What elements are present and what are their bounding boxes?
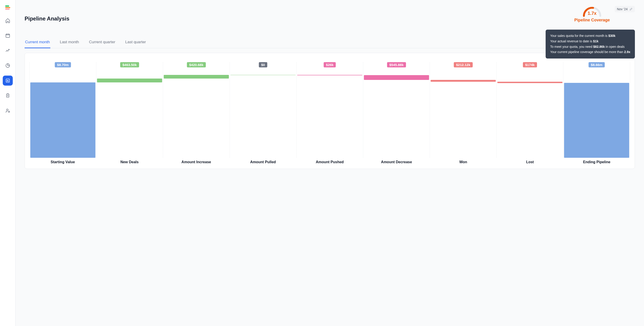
bar-amount-pulled[interactable] <box>230 75 296 75</box>
nav-reports[interactable] <box>3 76 13 86</box>
value-label: $8.70m <box>55 62 71 68</box>
bar-lost[interactable] <box>497 82 562 83</box>
svg-rect-2 <box>6 94 9 98</box>
category-label: Lost <box>497 160 564 164</box>
coverage-gauge: 1.7x <box>582 6 602 17</box>
tab-last-quarter[interactable]: Last quarter <box>125 38 146 48</box>
category-label: Amount Increase <box>163 160 230 164</box>
time-range-tabs: Current monthLast monthCurrent quarterLa… <box>24 38 635 48</box>
page-title: Pipeline Analysis <box>24 16 70 22</box>
pipeline-coverage: 1.7x Pipeline Coverage <box>574 6 610 22</box>
value-label: $0 <box>259 62 267 68</box>
bar-amount-decrease[interactable] <box>364 75 429 80</box>
bar-amount-increase[interactable] <box>164 75 229 78</box>
category-label: Starting Value <box>30 160 96 164</box>
bar-chart-icon <box>5 78 10 83</box>
app-logo <box>5 6 10 10</box>
value-label: $420.68k <box>187 62 206 68</box>
bar-starting-value[interactable] <box>30 82 96 158</box>
value-label: $212.12k <box>454 62 473 68</box>
chart-column: $0 <box>230 62 296 158</box>
nav-home[interactable] <box>3 16 13 26</box>
nav-pie[interactable] <box>3 60 13 70</box>
home-icon <box>5 18 10 23</box>
clipboard-icon <box>5 93 10 98</box>
chart-column: $8.66m <box>563 62 630 158</box>
line-chart-icon <box>5 48 10 53</box>
value-label: $463.50k <box>120 62 139 68</box>
svg-rect-0 <box>6 34 10 38</box>
bar-new-deals[interactable] <box>97 78 162 83</box>
value-label: $8.66m <box>589 62 605 68</box>
nav-user-settings[interactable] <box>3 106 13 116</box>
chart-column: $8.70m <box>30 62 96 158</box>
tab-current-month[interactable]: Current month <box>24 38 50 48</box>
coverage-label: Pipeline Coverage <box>574 18 610 22</box>
svg-point-3 <box>6 109 8 111</box>
category-label: Amount Pulled <box>230 160 296 164</box>
chart-column: $420.68k <box>163 62 230 158</box>
chart-column: $212.12k <box>430 62 496 158</box>
chart-column: $26k <box>296 62 363 158</box>
bar-won[interactable] <box>430 80 496 82</box>
nav-trends[interactable] <box>3 46 13 56</box>
date-label: Nov '24 <box>617 7 628 11</box>
tab-last-month[interactable]: Last month <box>60 38 80 48</box>
pencil-icon <box>630 8 632 11</box>
category-label: Amount Decrease <box>363 160 430 164</box>
user-settings-icon <box>5 108 10 113</box>
calendar-icon <box>5 33 10 38</box>
coverage-tooltip: Your sales quota for the current month i… <box>546 30 635 58</box>
chart-column: $463.50k <box>96 62 163 158</box>
chart-column: $174k <box>496 62 563 158</box>
value-label: $174k <box>523 62 537 68</box>
bar-amount-pushed[interactable] <box>297 75 362 75</box>
waterfall-chart: $8.70m$463.50k$420.68k$0$26k$545.88k$212… <box>24 53 635 169</box>
tab-current-quarter[interactable]: Current quarter <box>88 38 116 48</box>
pie-chart-icon <box>5 63 10 68</box>
date-picker[interactable]: Nov '24 <box>614 6 635 12</box>
chart-column: $545.88k <box>363 62 430 158</box>
nav-clipboard[interactable] <box>3 90 13 100</box>
coverage-value: 1.7x <box>582 11 602 16</box>
value-label: $545.88k <box>387 62 406 68</box>
sidebar <box>0 0 16 326</box>
category-label: Amount Pushed <box>296 160 363 164</box>
value-label: $26k <box>324 62 336 68</box>
bar-ending-pipeline[interactable] <box>564 83 629 158</box>
category-label: Won <box>430 160 497 164</box>
main-content: Nov '24 Pipeline Analysis 1.7x Pipeline … <box>16 0 644 326</box>
nav-calendar[interactable] <box>3 30 13 40</box>
category-label: New Deals <box>96 160 163 164</box>
category-label: Ending Pipeline <box>564 160 630 164</box>
